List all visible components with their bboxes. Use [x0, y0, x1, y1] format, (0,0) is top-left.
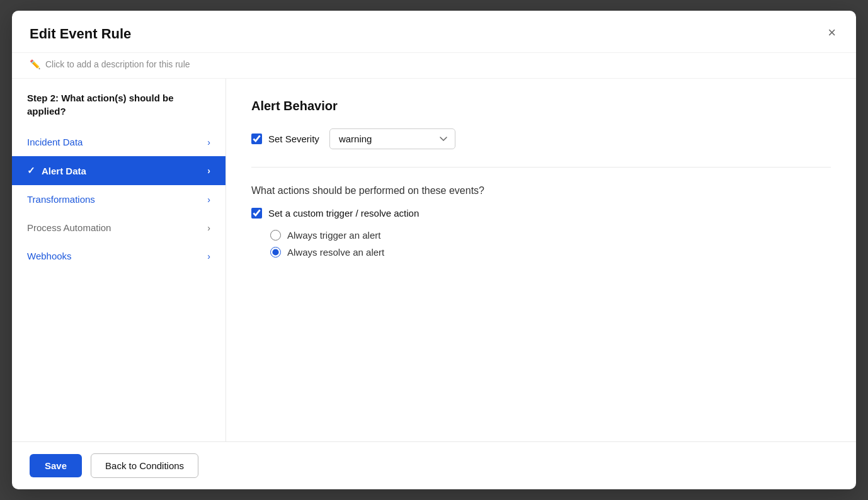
sidebar-step-label: Step 2: What action(s) should be applied…	[12, 91, 226, 128]
always-resolve-label[interactable]: Always resolve an alert	[270, 247, 831, 258]
custom-trigger-checkbox[interactable]	[251, 208, 262, 219]
modal-title: Edit Event Rule	[30, 26, 131, 42]
chevron-right-icon: ›	[207, 223, 210, 233]
section-divider	[251, 167, 831, 168]
always-trigger-radio[interactable]	[270, 230, 281, 241]
item-left: Transformations	[27, 194, 95, 205]
description-row[interactable]: ✏️ Click to add a description for this r…	[12, 53, 856, 79]
always-trigger-text: Always trigger an alert	[287, 230, 380, 241]
sidebar-item-transformations[interactable]: Transformations ›	[12, 185, 226, 213]
custom-trigger-label: Set a custom trigger / resolve action	[268, 208, 419, 219]
action-group: Set a custom trigger / resolve action Al…	[251, 208, 831, 258]
sidebar-item-label: Webhooks	[27, 251, 72, 261]
alert-behavior-section: Alert Behavior Set Severity warning crit…	[251, 99, 831, 149]
radio-sub-group: Always trigger an alert Always resolve a…	[251, 230, 831, 258]
chevron-right-icon: ›	[207, 251, 210, 261]
modal-footer: Save Back to Conditions	[12, 441, 856, 489]
set-severity-label: Set Severity	[268, 134, 319, 144]
item-left: Webhooks	[27, 251, 72, 261]
sidebar-item-label: Process Automation	[27, 222, 111, 233]
pencil-icon: ✏️	[30, 59, 40, 69]
severity-select[interactable]: warning critical error info	[329, 128, 455, 149]
sidebar-item-label: Alert Data	[42, 166, 86, 176]
item-left: Incident Data	[27, 137, 83, 147]
chevron-right-icon: ›	[207, 195, 210, 205]
close-button[interactable]: ×	[825, 26, 838, 40]
item-left: ✓ Alert Data	[27, 165, 86, 176]
checkmark-icon: ✓	[27, 165, 35, 176]
chevron-right-icon: ›	[207, 166, 210, 176]
always-resolve-radio[interactable]	[270, 247, 281, 258]
sidebar-item-incident-data[interactable]: Incident Data ›	[12, 128, 226, 156]
sidebar-item-webhooks[interactable]: Webhooks ›	[12, 242, 226, 270]
set-severity-row: Set Severity warning critical error info	[251, 128, 831, 149]
back-to-conditions-button[interactable]: Back to Conditions	[91, 453, 198, 478]
alert-behavior-title: Alert Behavior	[251, 99, 831, 113]
custom-trigger-row: Set a custom trigger / resolve action	[251, 208, 831, 219]
actions-section: What actions should be performed on thes…	[251, 185, 831, 258]
always-trigger-label[interactable]: Always trigger an alert	[270, 230, 831, 241]
item-left: Process Automation	[27, 222, 111, 233]
sidebar-item-alert-data[interactable]: ✓ Alert Data ›	[12, 156, 226, 185]
set-severity-checkbox-label[interactable]: Set Severity	[251, 134, 319, 144]
custom-trigger-checkbox-label[interactable]: Set a custom trigger / resolve action	[251, 208, 419, 219]
always-resolve-text: Always resolve an alert	[287, 247, 384, 258]
sidebar-item-label: Transformations	[27, 194, 95, 205]
description-text: Click to add a description for this rule	[45, 59, 190, 69]
chevron-right-icon: ›	[207, 137, 210, 147]
sidebar-item-process-automation[interactable]: Process Automation ›	[12, 213, 226, 242]
save-button[interactable]: Save	[30, 454, 82, 477]
sidebar-item-label: Incident Data	[27, 137, 83, 147]
edit-event-rule-modal: Edit Event Rule × ✏️ Click to add a desc…	[12, 11, 856, 489]
modal-overlay: Edit Event Rule × ✏️ Click to add a desc…	[0, 0, 868, 500]
main-content: Alert Behavior Set Severity warning crit…	[226, 79, 856, 441]
actions-question: What actions should be performed on thes…	[251, 185, 831, 196]
set-severity-checkbox[interactable]	[251, 134, 262, 144]
sidebar: Step 2: What action(s) should be applied…	[12, 79, 226, 441]
modal-body: Step 2: What action(s) should be applied…	[12, 79, 856, 441]
modal-header: Edit Event Rule ×	[12, 11, 856, 53]
